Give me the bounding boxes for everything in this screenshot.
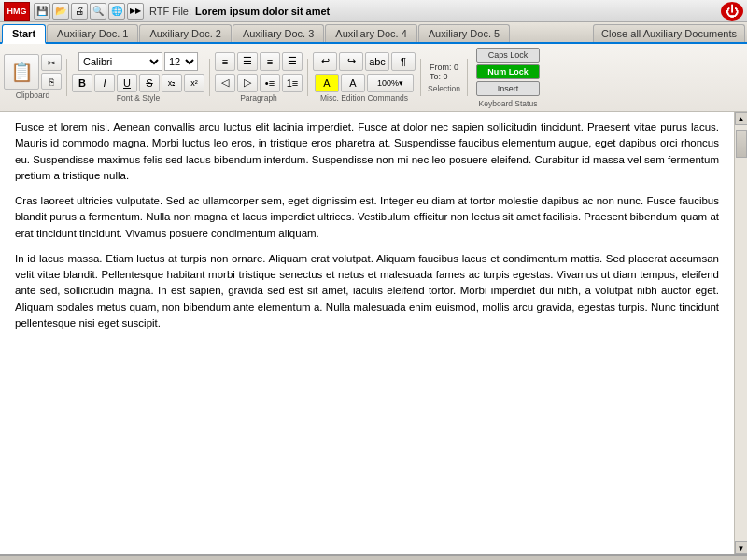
toolbar: 📋 ✂ ⎘ Clipboard Calibri 12 B I U S x₂ x²… — [0, 44, 747, 112]
sep4 — [420, 59, 421, 96]
more-icon[interactable]: ▶▶ — [127, 3, 144, 20]
scroll-down-button[interactable]: ▼ — [735, 541, 748, 554]
align-right-button[interactable]: ≡ — [260, 52, 280, 71]
scroll-up-button[interactable]: ▲ — [735, 112, 748, 125]
font-style-group: Calibri 12 B I U S x₂ x² Font & Style — [72, 52, 204, 104]
highlight-button[interactable]: A — [315, 74, 339, 92]
misc-label: Misc. Edition Commands — [320, 92, 408, 104]
paragraph-label: Paragraph — [240, 92, 277, 104]
to-label: To: 0 — [430, 72, 458, 81]
web-icon[interactable]: 🌐 — [108, 3, 125, 20]
font-name-select[interactable]: Calibri — [78, 52, 162, 71]
cut-button[interactable]: ✂ — [41, 54, 62, 71]
close-button[interactable]: ⏻ — [721, 2, 743, 21]
redo-button[interactable]: ↪ — [339, 52, 363, 71]
clipboard-label: Clipboard — [16, 90, 49, 101]
app-logo: HMG — [4, 2, 30, 21]
paragraph-2: Cras laoreet ultricies vulputate. Sed ac… — [15, 193, 719, 242]
tab-aux5[interactable]: Auxiliary Doc. 5 — [418, 24, 510, 42]
kbd-status-panel: Caps Lock Num Lock Insert — [472, 46, 543, 98]
clipboard-group: 📋 ✂ ⎘ Clipboard — [4, 54, 62, 101]
close-all-tabs-button[interactable]: Close all Auxiliary Documents — [593, 24, 745, 42]
tab-aux1[interactable]: Auxiliary Doc. 1 — [47, 24, 138, 42]
tab-aux2[interactable]: Auxiliary Doc. 2 — [139, 24, 231, 42]
sep5 — [467, 59, 468, 96]
sep1 — [66, 59, 67, 96]
num-lock-button[interactable]: Num Lock — [476, 64, 540, 79]
color-button[interactable]: A — [341, 74, 365, 92]
bullet-button[interactable]: •≡ — [260, 74, 280, 92]
keyboard-status-group: Caps Lock Num Lock Insert Keyboard Statu… — [472, 46, 543, 109]
sep3 — [307, 59, 308, 96]
document-title: Lorem ipsum dolor sit amet — [195, 6, 721, 17]
scrollbar[interactable]: ▲ ▼ — [734, 112, 747, 554]
strikethrough-button[interactable]: S — [139, 74, 160, 92]
scrollbar-track[interactable] — [735, 125, 748, 541]
bold-button[interactable]: B — [72, 74, 92, 92]
sep2 — [209, 59, 210, 96]
from-label: From: 0 — [430, 63, 458, 72]
print-icon[interactable]: 🖨 — [71, 3, 88, 20]
tab-start[interactable]: Start — [2, 24, 46, 44]
paragraph-3: In id lacus massa. Etiam luctus at turpi… — [15, 251, 719, 331]
align-left-button[interactable]: ≡ — [215, 52, 235, 71]
format-button[interactable]: ¶ — [391, 52, 416, 71]
selection-label: Selection — [428, 83, 460, 94]
align-center-button[interactable]: ☰ — [237, 52, 258, 71]
tab-aux3[interactable]: Auxiliary Doc. 3 — [233, 24, 324, 42]
underline-button[interactable]: U — [117, 74, 137, 92]
title-bar: HMG 💾 📂 🖨 🔍 🌐 ▶▶ RTF File: Lorem ipsum d… — [0, 0, 747, 22]
thumbnails-area: Document1 - Microsoft Word ALGO Document… — [0, 554, 747, 560]
selection-group: From: 0 To: 0 Selection — [426, 61, 462, 94]
title-bar-icons: 💾 📂 🖨 🔍 🌐 ▶▶ — [34, 3, 144, 20]
undo-button[interactable]: ↩ — [313, 52, 337, 71]
outdent-button[interactable]: ◁ — [215, 74, 235, 92]
font-style-label: Font & Style — [117, 92, 160, 104]
tabs-row: Start Auxiliary Doc. 1 Auxiliary Doc. 2 … — [0, 22, 747, 44]
preview-icon[interactable]: 🔍 — [90, 3, 106, 20]
superscript-button[interactable]: x² — [184, 74, 204, 92]
paragraph-group: ≡ ☰ ≡ ☰ ◁ ▷ •≡ 1≡ Paragraph — [215, 52, 303, 104]
open-icon[interactable]: 📂 — [52, 3, 69, 20]
copy-button[interactable]: ⎘ — [41, 73, 62, 90]
scrollbar-thumb[interactable] — [736, 130, 747, 158]
document-content[interactable]: Fusce et lorem nisl. Aenean convallis ar… — [0, 112, 734, 554]
save-icon[interactable]: 💾 — [34, 3, 50, 20]
misc-group: ↩ ↪ abc ¶ A A 100%▾ Misc. Edition Comman… — [313, 52, 416, 104]
keyboard-label: Keyboard Status — [479, 98, 538, 109]
tab-aux4[interactable]: Auxiliary Doc. 4 — [325, 24, 416, 42]
spell-button[interactable]: abc — [365, 52, 389, 71]
number-button[interactable]: 1≡ — [282, 74, 303, 92]
font-size-select[interactable]: 12 — [164, 52, 198, 71]
paragraph-1: Fusce et lorem nisl. Aenean convallis ar… — [15, 119, 719, 184]
main-area: Fusce et lorem nisl. Aenean convallis ar… — [0, 112, 747, 554]
zoom-select[interactable]: 100%▾ — [367, 74, 414, 92]
align-justify-button[interactable]: ☰ — [282, 52, 303, 71]
rtf-label: RTF File: — [149, 6, 191, 17]
insert-button[interactable]: Insert — [476, 81, 540, 96]
subscript-button[interactable]: x₂ — [162, 74, 182, 92]
caps-lock-button[interactable]: Caps Lock — [476, 48, 540, 63]
italic-button[interactable]: I — [94, 74, 115, 92]
paste-button[interactable]: 📋 — [4, 54, 39, 90]
indent-button[interactable]: ▷ — [237, 74, 258, 92]
